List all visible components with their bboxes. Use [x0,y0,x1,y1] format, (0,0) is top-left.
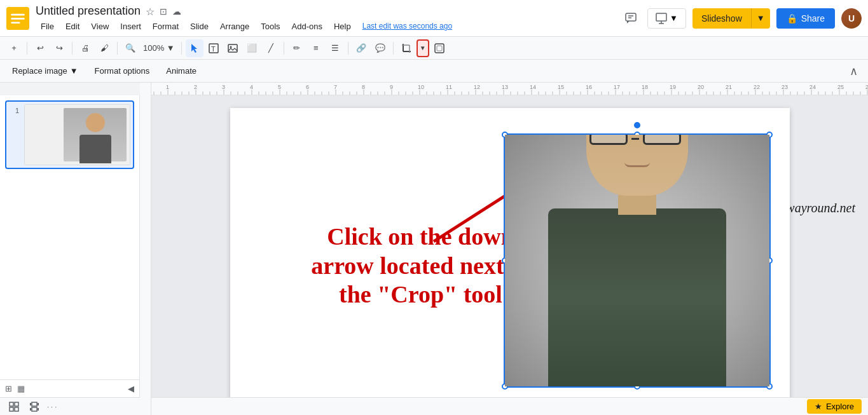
svg-rect-23 [15,402,18,406]
redo-button[interactable]: ↪ [50,39,68,57]
lock-icon: 🔒 [787,13,797,24]
slide-preview-1 [24,104,130,165]
document-title[interactable]: Untitled presentation [36,4,141,18]
main-content: 1 ⊞ ▦ ◀ [0,95,868,397]
link-button[interactable]: 🔗 [352,39,370,57]
menu-arrange[interactable]: Arrange [215,20,254,32]
slide-canvas[interactable]: Click on the down arrow located next to … [230,108,790,397]
svg-rect-27 [32,407,37,411]
svg-rect-18 [435,44,444,53]
slides-panel: 1 ⊞ ▦ ◀ [0,95,140,397]
person-image [505,135,769,386]
svg-point-13 [230,46,231,48]
menu-bar: File Edit View Insert Format Slide Arran… [36,20,621,32]
svg-rect-19 [437,46,442,51]
insert-button[interactable]: + [5,39,23,57]
menu-edit[interactable]: Edit [60,20,85,32]
svg-rect-1 [11,13,25,15]
animate-label: Animate [166,66,196,76]
replace-image-label: Replace image [12,66,67,76]
line-tool-button[interactable]: ╱ [262,39,280,57]
slideshow-button[interactable]: Slideshow ▼ [692,8,770,29]
move-icon[interactable]: ⊡ [160,6,167,17]
person-figure [505,135,769,386]
menu-insert[interactable]: Insert [115,20,146,32]
print-button[interactable]: 🖨 [76,39,94,57]
user-avatar[interactable]: U [841,8,862,29]
replace-image-button[interactable]: Replace image ▼ [5,62,85,80]
svg-rect-4 [626,13,636,21]
slide-thumbnails: 1 [0,95,139,379]
svg-rect-24 [10,407,13,411]
svg-rect-31 [38,408,39,411]
share-label: Share [801,13,825,24]
slide-canvas-area: Click on the down arrow located next to … [140,95,868,397]
explore-button[interactable]: ★ Explore [807,399,862,414]
title-area: Untitled presentation ☆ ⊡ ☁ File Edit Vi… [36,4,621,32]
image-tool-button[interactable] [224,39,242,57]
present-icon: ▼ [670,13,678,23]
crop-dropdown-arrow-icon: ▼ [420,44,426,51]
handle-top-center[interactable] [634,122,640,128]
line-weight-button[interactable]: ☰ [326,39,344,57]
text-tool-button[interactable]: T [205,39,223,57]
toolbar-divider-7 [393,42,394,55]
svg-rect-29 [30,408,31,411]
svg-rect-26 [32,402,37,406]
photo-frame-button[interactable] [431,39,448,57]
comment-button[interactable]: 💬 [371,39,389,57]
toolbar-divider-3 [117,42,118,55]
cloud-icon[interactable]: ☁ [172,6,181,17]
zoom-level-button[interactable]: 100% ▼ [141,39,177,57]
bottom-bar: · · · ★ Explore [0,397,868,415]
ruler-canvas [140,83,868,95]
svg-rect-2 [11,18,25,20]
grid-view-icon[interactable]: ⊞ [5,384,12,393]
svg-rect-22 [10,402,13,406]
pen-tool-button[interactable]: ✏ [288,39,306,57]
zoom-out-button[interactable]: 🔍 [121,39,139,57]
slide-panel-bottom: ⊞ ▦ ◀ [0,379,139,397]
vertical-ruler [140,95,151,397]
paintformat-button[interactable]: 🖌 [95,39,113,57]
filmstrip-view-button[interactable] [27,399,42,414]
crop-dropdown-button[interactable]: ▼ [417,39,429,57]
svg-rect-25 [15,407,18,411]
line-style-button[interactable]: ≡ [307,39,325,57]
svg-rect-7 [656,13,666,21]
grid-view-button[interactable] [6,399,22,414]
selected-image-container[interactable] [504,133,771,388]
animate-button[interactable]: Animate [159,62,203,80]
menu-addons[interactable]: Add-ons [287,20,327,32]
star-icon[interactable]: ☆ [146,6,155,18]
comments-icon[interactable] [621,8,641,29]
menu-tools[interactable]: Tools [256,20,285,32]
slide-thumbnail-1[interactable]: 1 [5,100,134,169]
hide-menus-button[interactable]: ∧ [844,64,863,78]
format-options-button[interactable]: Format options [88,62,157,80]
last-edit-link[interactable]: Last edit was seconds ago [362,22,452,31]
undo-button[interactable]: ↩ [31,39,49,57]
film-strip-icon[interactable]: ▦ [17,384,25,393]
shape-tool-button[interactable]: ⬜ [243,39,261,57]
present-button[interactable]: ▼ [647,8,686,29]
menu-file[interactable]: File [36,20,59,32]
toolbar-divider-4 [181,42,182,55]
select-tool-button[interactable] [186,39,203,57]
menu-help[interactable]: Help [329,20,356,32]
toolbar-divider-6 [348,42,348,55]
menu-slide[interactable]: Slide [185,20,214,32]
svg-rect-12 [228,44,237,52]
collapse-panel-icon[interactable]: ◀ [128,384,134,393]
menu-view[interactable]: View [86,20,114,32]
explore-star-icon: ★ [815,402,822,411]
explore-label: Explore [826,402,854,411]
top-right-controls: ▼ Slideshow ▼ 🔒 Share U [621,8,862,29]
bottom-dots: · · · [47,403,57,411]
crop-button[interactable] [397,39,415,57]
main-toolbar: + ↩ ↪ 🖨 🖌 🔍 100% ▼ T ⬜ ╱ ✏ ≡ ☰ 🔗 💬 ▼ [0,37,868,60]
toolbar-divider-2 [72,42,72,55]
share-button[interactable]: 🔒 Share [776,8,835,29]
menu-format[interactable]: Format [148,20,184,32]
slideshow-caret-icon[interactable]: ▼ [751,8,770,28]
